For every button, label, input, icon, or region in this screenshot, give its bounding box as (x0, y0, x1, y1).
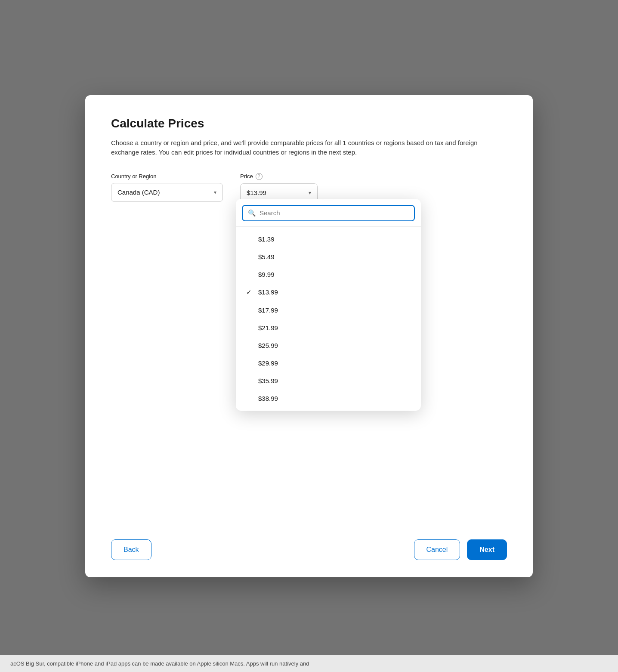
price-option-4[interactable]: ✓ $13.99 (236, 283, 421, 301)
modal-description: Choose a country or region and price, an… (111, 138, 498, 158)
price-option-label: $13.99 (258, 288, 278, 296)
price-option-1[interactable]: $1.39 (236, 230, 421, 248)
price-option-label: $1.39 (258, 235, 275, 243)
help-icon[interactable]: ? (256, 173, 263, 180)
modal-title: Calculate Prices (111, 117, 507, 130)
dropdown-arrow (323, 199, 334, 200)
price-option-label: $29.99 (258, 359, 278, 367)
price-option-5[interactable]: $17.99 (236, 301, 421, 319)
calculate-prices-modal: Calculate Prices Choose a country or reg… (85, 95, 533, 577)
search-input-wrapper[interactable]: 🔍 (242, 205, 415, 221)
price-option-3[interactable]: $9.99 (236, 266, 421, 283)
back-button[interactable]: Back (111, 539, 151, 560)
price-option-label: $35.99 (258, 377, 278, 384)
price-option-label: $38.99 (258, 395, 278, 402)
checkmark-icon: ✓ (246, 288, 253, 296)
price-dropdown-popup: 🔍 $1.39 $5.49 $9.99 (236, 199, 421, 411)
cancel-button[interactable]: Cancel (414, 539, 460, 560)
price-option-label: $17.99 (258, 307, 278, 314)
country-value: Canada (CAD) (117, 189, 160, 196)
form-row: Country or Region Canada (CAD) ▾ Price ?… (111, 173, 507, 202)
modal-footer: Back Cancel Next (111, 522, 507, 560)
price-options-list: $1.39 $5.49 $9.99 ✓ $13.99 (236, 227, 421, 411)
chevron-down-icon: ▾ (214, 189, 216, 195)
price-option-label: $5.49 (258, 253, 275, 260)
price-option-label: $9.99 (258, 271, 275, 278)
search-container: 🔍 (236, 199, 421, 221)
footer-right: Cancel Next (414, 539, 507, 560)
country-dropdown[interactable]: Canada (CAD) ▾ (111, 183, 223, 202)
search-icon: 🔍 (248, 209, 256, 217)
bottom-bar: acOS Big Sur, compatible iPhone and iPad… (0, 655, 618, 672)
chevron-down-icon: ▾ (309, 190, 311, 196)
price-option-9[interactable]: $35.99 (236, 372, 421, 390)
price-value: $13.99 (247, 189, 266, 196)
price-label-row: Price ? (240, 173, 318, 180)
search-input[interactable] (260, 209, 409, 217)
price-form-group: Price ? $13.99 ▾ (240, 173, 318, 202)
price-option-label: $25.99 (258, 342, 278, 349)
bottom-bar-text: acOS Big Sur, compatible iPhone and iPad… (10, 660, 309, 667)
country-label: Country or Region (111, 173, 223, 180)
price-label: Price (240, 173, 253, 180)
country-form-group: Country or Region Canada (CAD) ▾ (111, 173, 223, 202)
price-option-6[interactable]: $21.99 (236, 319, 421, 337)
price-option-8[interactable]: $29.99 (236, 354, 421, 372)
price-option-2[interactable]: $5.49 (236, 248, 421, 266)
price-option-7[interactable]: $25.99 (236, 337, 421, 354)
price-option-10[interactable]: $38.99 (236, 390, 421, 407)
next-button[interactable]: Next (467, 539, 507, 560)
price-option-label: $21.99 (258, 324, 278, 331)
